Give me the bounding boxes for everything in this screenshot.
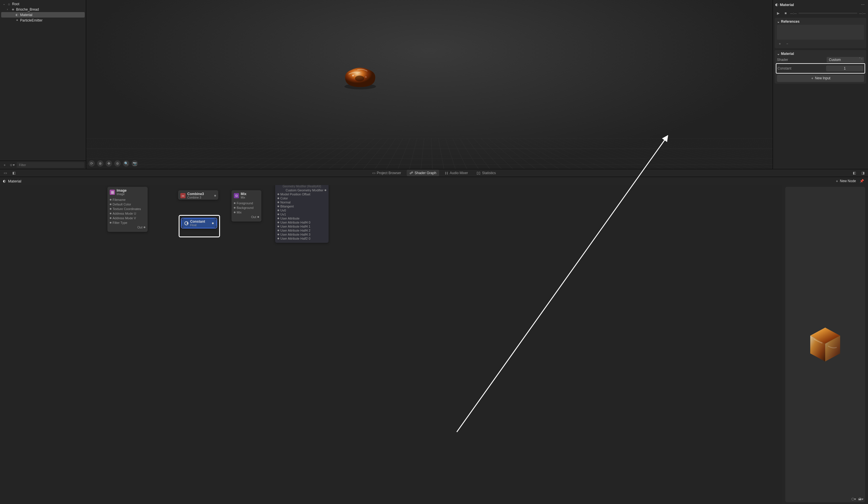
port-bitangent[interactable]: Bitangent — [278, 204, 326, 208]
port-ua42[interactable]: User Attribute Half4 2 — [278, 228, 326, 233]
node-image[interactable]: ▦ Image Image Filename Default Color Tex… — [107, 187, 148, 232]
chevron-down-icon[interactable]: ⌄ — [3, 2, 6, 6]
node-constant[interactable]: Constant Float — [181, 218, 217, 228]
root-icon: ⌂ — [7, 2, 11, 6]
port-uv0[interactable]: Uv0 — [278, 208, 326, 212]
port-out[interactable]: Out — [234, 215, 259, 219]
bread-model-preview — [340, 64, 380, 90]
port-out[interactable] — [212, 223, 214, 224]
port-ua43[interactable]: User Attribute Half4 3 — [278, 233, 326, 236]
chevron-right-icon[interactable]: › — [7, 8, 10, 11]
filter-input[interactable] — [17, 162, 84, 168]
graph-breadcrumb[interactable]: Material — [8, 179, 21, 183]
time-start: —:— — [790, 12, 797, 15]
tree-row-brioche[interactable]: › ◈ Brioche_Bread — [1, 7, 85, 12]
port-cgm[interactable]: Custom Geometry Modifier — [278, 188, 326, 192]
stop-button[interactable]: ■ — [783, 10, 788, 16]
timeline-track[interactable] — [798, 13, 857, 14]
tree-row-particle[interactable]: ✦ ParticleEmitter — [1, 18, 85, 23]
shader-graph-canvas[interactable]: ▦ Image Image Filename Default Color Tex… — [0, 185, 782, 504]
shader-select[interactable]: Custom — [827, 57, 864, 63]
panel-toggle-left-button[interactable]: ▭ — [2, 170, 8, 176]
tree-label: Root — [12, 2, 19, 6]
material-icon: ◐ — [775, 3, 778, 7]
port-fg[interactable]: Foreground — [234, 201, 259, 205]
new-node-button[interactable]: ＋ New Node — [835, 179, 856, 184]
camera-button[interactable]: 📷 — [132, 160, 138, 167]
port-default-color[interactable]: Default Color — [110, 202, 145, 207]
panel-toggle-right-b-button[interactable]: ◨ — [860, 170, 866, 176]
tab-shader-graph[interactable]: ☍Shader Graph — [407, 170, 439, 176]
tab-audio-mixer[interactable]: ⫿⫿Audio Mixer — [442, 170, 471, 176]
mixer-icon: ⫿⫿ — [445, 171, 448, 175]
inspector-title: Material — [780, 3, 858, 7]
zoom-button[interactable]: ⊕ — [97, 160, 103, 167]
scene-hierarchy[interactable]: ⌄ ⌂ Root › ◈ Brioche_Bread ◐ Material ✦ — [0, 0, 86, 161]
combine-icon: ⫘ — [180, 193, 186, 198]
port-ua20[interactable]: User Attribute Half2 0 — [278, 236, 326, 240]
particle-icon: ✦ — [15, 18, 19, 22]
play-button[interactable]: ▶ — [775, 10, 781, 16]
port-ua40[interactable]: User Attribute Half4 0 — [278, 220, 326, 224]
image-icon: ▦ — [110, 190, 115, 195]
port-bg[interactable]: Background — [234, 205, 259, 210]
port-mpo[interactable]: Model Position Offset — [278, 192, 326, 196]
time-end: —:— — [859, 12, 866, 15]
tree-label: Material — [20, 13, 32, 17]
move-button[interactable]: ✥ — [106, 160, 112, 167]
tree-row-root[interactable]: ⌄ ⌂ Root — [1, 1, 85, 7]
env-menu-button[interactable]: 🏔▾ — [858, 497, 864, 501]
new-input-button[interactable]: ＋ New Input — [777, 75, 864, 82]
port-color[interactable]: Color — [278, 196, 326, 200]
shader-label: Shader — [777, 58, 824, 62]
constant-value-field[interactable]: 1 — [826, 65, 864, 71]
shape-menu-button[interactable]: ⬡▾ — [851, 497, 856, 501]
port-mix[interactable]: Mix — [234, 210, 259, 215]
port-ua[interactable]: User Attribute — [278, 216, 326, 220]
port-filename[interactable]: Filename — [110, 197, 145, 202]
svg-point-2 — [352, 75, 354, 76]
more-icon[interactable]: ⋯ — [860, 2, 866, 8]
tree-label: ParticleEmitter — [20, 18, 42, 22]
port-addr-v[interactable]: Address Mode V — [110, 216, 145, 220]
magnify-button[interactable]: 🔍 — [123, 160, 129, 167]
references-section-header[interactable]: ⌄ References — [777, 20, 864, 23]
chevron-down-icon: ⌄ — [777, 20, 780, 23]
port-normal[interactable]: Normal — [278, 200, 326, 204]
tab-project-browser[interactable]: ▭Project Browser — [369, 170, 404, 176]
chart-icon: ▯▯ — [476, 171, 480, 175]
mesh-icon: ◈ — [11, 8, 15, 11]
port-out[interactable] — [214, 195, 216, 197]
constant-row-highlight: Constant 1 — [776, 63, 865, 74]
node-output[interactable]: Geometry Modifier (RealityKit) Custom Ge… — [275, 185, 329, 243]
port-filter[interactable]: Filter Type — [110, 220, 145, 225]
material-preview[interactable]: ⬡▾ 🏔▾ — [785, 187, 865, 502]
dial-icon[interactable] — [184, 221, 188, 225]
pin-icon[interactable]: 📌 — [859, 178, 865, 184]
viewport-3d[interactable]: ⟳ ⊕ ✥ ⊚ 🔍 📷 — [86, 0, 773, 169]
port-addr-u[interactable]: Address Mode U — [110, 211, 145, 216]
add-reference-button[interactable]: ＋ — [777, 41, 783, 47]
material-icon: ◐ — [15, 13, 19, 17]
sidebar-toggle-button[interactable]: ◧ — [11, 170, 17, 176]
remove-reference-button[interactable]: － — [784, 41, 790, 47]
preview-cube — [808, 326, 843, 363]
orbit-button[interactable]: ⟳ — [89, 160, 95, 167]
tab-statistics[interactable]: ▯▯Statistics — [474, 170, 499, 176]
port-texcoord[interactable]: Texture Coordinates — [110, 207, 145, 211]
tree-row-material[interactable]: ◐ Material — [1, 12, 85, 18]
mix-icon: ⧉ — [234, 193, 239, 198]
port-uv1[interactable]: Uv1 — [278, 212, 326, 216]
add-button[interactable]: ＋ — [2, 162, 8, 168]
folder-icon: ▭ — [372, 171, 375, 175]
perspective-button[interactable]: ⊚ — [114, 160, 121, 167]
material-section-header[interactable]: ⌄ Material — [777, 52, 864, 56]
port-ua41[interactable]: User Attribute Half4 1 — [278, 224, 326, 228]
node-mix[interactable]: ⧉ Mix Mix Foreground Background Mix Out — [231, 190, 261, 222]
output-hint: Geometry Modifier (RealityKit) — [278, 185, 326, 188]
node-combine3[interactable]: ⫘ Combine3 Combine 3 — [178, 190, 218, 200]
panel-toggle-right-a-button[interactable]: ◧ — [851, 170, 857, 176]
references-list[interactable] — [777, 25, 864, 40]
filter-menu-button[interactable]: ☺︎▾ — [9, 162, 15, 168]
port-out[interactable]: Out — [110, 225, 145, 229]
